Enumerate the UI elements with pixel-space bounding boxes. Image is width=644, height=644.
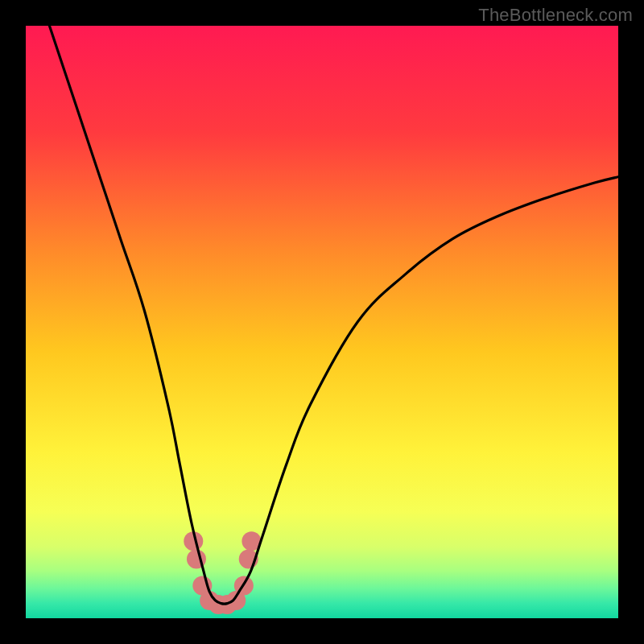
plot-area	[26, 26, 618, 618]
watermark-text: TheBottleneck.com	[478, 5, 633, 26]
bottleneck-curve	[49, 26, 618, 604]
curve-layer	[26, 26, 618, 618]
outer-frame: TheBottleneck.com	[0, 0, 644, 644]
